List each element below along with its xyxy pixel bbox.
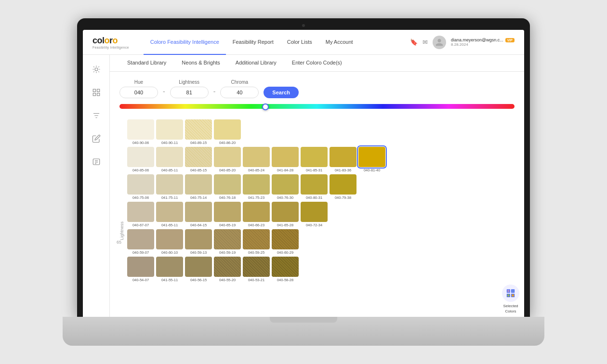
color-swatch[interactable]: [185, 229, 212, 249]
color-cell[interactable]: 040-90-06: [127, 119, 154, 145]
color-swatch[interactable]: [185, 257, 212, 277]
color-cell[interactable]: 040-79-38: [330, 174, 356, 200]
color-swatch[interactable]: [185, 119, 212, 140]
sidebar-icon-grid[interactable]: [90, 86, 103, 99]
color-swatch[interactable]: [243, 202, 270, 222]
color-cell[interactable]: 040-67-07: [127, 202, 154, 227]
tab-enter-coloro-codes[interactable]: Enter Coloro Code(s): [284, 55, 350, 71]
color-swatch[interactable]: [127, 257, 154, 277]
color-cell[interactable]: 040-64-15: [185, 202, 212, 227]
mail-icon[interactable]: ✉: [422, 39, 428, 46]
color-cell[interactable]: 040-65-19: [214, 202, 241, 227]
color-swatch[interactable]: [185, 147, 212, 167]
color-swatch[interactable]: [214, 147, 241, 167]
color-swatch[interactable]: [185, 202, 212, 222]
sidebar-icon-filter[interactable]: [90, 109, 103, 122]
color-cell[interactable]: 040-59-19: [214, 229, 241, 255]
color-cell[interactable]: 040-85-15: [185, 147, 212, 172]
color-cell[interactable]: 040-72-34: [301, 202, 328, 227]
color-swatch-selected[interactable]: [358, 147, 385, 167]
color-swatch[interactable]: [272, 174, 299, 195]
color-cell[interactable]: 041-65-28: [272, 202, 299, 227]
color-swatch[interactable]: [156, 202, 183, 222]
color-swatch[interactable]: [214, 119, 241, 140]
color-cell[interactable]: 040-59-25: [243, 229, 270, 255]
tab-standard-library[interactable]: Standard Library: [119, 55, 174, 71]
color-cell[interactable]: 041-75-23: [243, 174, 270, 200]
color-cell[interactable]: 040-56-15: [185, 257, 212, 282]
color-swatch[interactable]: [185, 174, 212, 195]
nav-my-account[interactable]: My Account: [319, 30, 360, 55]
sidebar-icon-list[interactable]: [90, 155, 103, 169]
hue-slider[interactable]: [119, 104, 515, 109]
bookmark-icon[interactable]: 🔖: [410, 39, 418, 46]
color-cell[interactable]: 040-54-07: [127, 257, 154, 282]
color-cell[interactable]: 041-84-28: [272, 147, 299, 172]
chroma-input[interactable]: [220, 87, 259, 98]
color-cell[interactable]: 040-58-28: [272, 257, 299, 282]
color-swatch[interactable]: [243, 147, 270, 167]
color-swatch[interactable]: [243, 257, 270, 277]
color-swatch[interactable]: [127, 174, 154, 195]
color-swatch[interactable]: [272, 229, 299, 249]
color-cell[interactable]: 040-85-20: [214, 147, 241, 172]
color-swatch[interactable]: [301, 147, 328, 167]
color-cell[interactable]: 041-85-31: [301, 147, 328, 172]
color-cell-selected[interactable]: 040-81-40: [358, 147, 385, 172]
color-cell[interactable]: 040-75-06: [127, 174, 154, 200]
color-cell[interactable]: 040-76-18: [214, 174, 241, 200]
color-swatch[interactable]: [330, 174, 356, 195]
color-cell[interactable]: 040-66-23: [243, 202, 270, 227]
color-cell[interactable]: 040-75-14: [185, 174, 212, 200]
color-swatch[interactable]: [214, 174, 241, 195]
color-swatch[interactable]: [272, 147, 299, 167]
color-cell[interactable]: 040-55-20: [214, 257, 241, 282]
color-swatch[interactable]: [127, 119, 154, 140]
color-swatch[interactable]: [330, 147, 356, 167]
color-swatch[interactable]: [156, 257, 183, 277]
color-cell[interactable]: 040-86-20: [214, 119, 241, 145]
color-cell[interactable]: 040-53-21: [243, 257, 270, 282]
tab-additional-library[interactable]: Additional Library: [228, 55, 284, 71]
color-swatch[interactable]: [156, 119, 183, 140]
color-swatch[interactable]: [214, 229, 241, 249]
color-swatch[interactable]: [243, 174, 270, 195]
color-swatch[interactable]: [214, 257, 241, 277]
avatar[interactable]: [433, 36, 446, 49]
color-cell[interactable]: 040-59-07: [127, 229, 154, 255]
color-swatch[interactable]: [127, 147, 154, 167]
color-cell[interactable]: 041-83-36: [330, 147, 356, 172]
color-cell[interactable]: 040-60-29: [272, 229, 299, 255]
hue-input[interactable]: [119, 87, 158, 98]
search-button[interactable]: Search: [264, 87, 299, 98]
color-cell[interactable]: 040-60-10: [156, 229, 183, 255]
color-cell[interactable]: 040-85-24: [243, 147, 270, 172]
color-cell[interactable]: 040-80-31: [301, 174, 328, 200]
color-cell[interactable]: 041-55-11: [156, 257, 183, 282]
color-cell[interactable]: 040-59-13: [185, 229, 212, 255]
selected-colors-button[interactable]: SelectedColors: [502, 285, 519, 314]
color-swatch[interactable]: [272, 257, 299, 277]
color-swatch[interactable]: [156, 229, 183, 249]
color-swatch[interactable]: [301, 202, 328, 222]
color-swatch[interactable]: [301, 174, 328, 195]
color-cell[interactable]: 041-75-11: [156, 174, 183, 200]
sidebar-icon-edit[interactable]: [90, 132, 103, 145]
color-swatch[interactable]: [272, 202, 299, 222]
color-swatch[interactable]: [127, 202, 154, 222]
color-swatch[interactable]: [214, 202, 241, 222]
slider-thumb[interactable]: [262, 104, 269, 110]
color-swatch[interactable]: [156, 147, 183, 167]
nav-feasibility-intelligence[interactable]: Coloro Feasibility Intelligence: [144, 30, 226, 55]
nav-feasibility-report[interactable]: Feasibility Report: [226, 30, 280, 55]
color-cell[interactable]: 040-76-30: [272, 174, 299, 200]
color-cell[interactable]: 040-85-11: [156, 147, 183, 172]
lightness-input[interactable]: [170, 87, 209, 98]
color-cell[interactable]: 040-89-15: [185, 119, 212, 145]
sidebar-icon-sun[interactable]: [90, 63, 103, 76]
color-swatch[interactable]: [156, 174, 183, 195]
color-cell[interactable]: 040-90-11: [156, 119, 183, 145]
color-swatch[interactable]: [243, 229, 270, 249]
tab-neons-brights[interactable]: Neons & Brights: [174, 55, 227, 71]
color-swatch[interactable]: [127, 229, 154, 249]
